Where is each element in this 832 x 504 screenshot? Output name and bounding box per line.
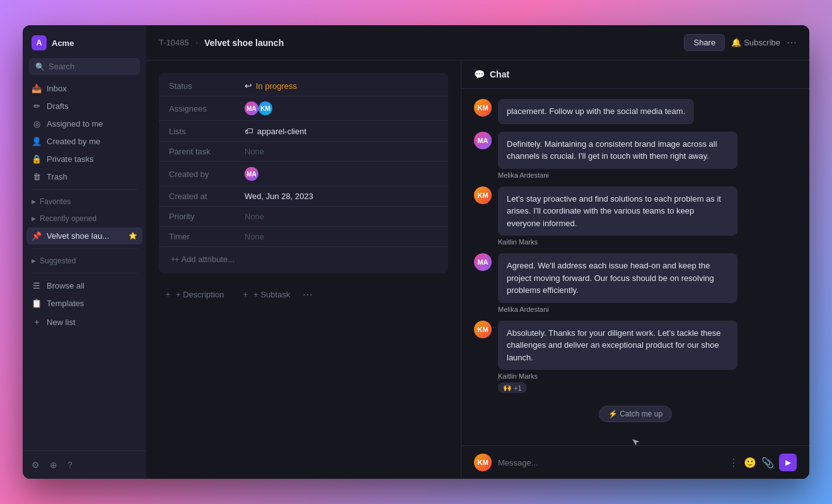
chat-header: 💬 Chat (461, 60, 809, 89)
circle-icon: ◎ (32, 119, 42, 129)
chat-avatar-1: KM (474, 99, 492, 117)
chat-messages: KM placement. Follow up with the social … (461, 89, 809, 445)
suggested-section[interactable]: ▶ Suggested (26, 253, 142, 269)
chat-bubble-container-2: Definitely. Maintaining a consistent bra… (498, 132, 737, 179)
chat-bubble-container-5: Absolutely. Thanks for your diligent wor… (498, 321, 737, 394)
sidebar-item-velvet-shoe[interactable]: 📌 Velvet shoe lau... ⭐ (26, 227, 142, 244)
nav-divider-3 (32, 273, 137, 273)
meta-row-assignees: Assignees MA KM (159, 96, 448, 121)
chevron-right-icon: ▶ (32, 198, 36, 205)
body-layout: Status ↩ In progress Assignees MA KM (146, 60, 809, 479)
more-options-icon[interactable]: ⋯ (787, 37, 797, 49)
add-description-button[interactable]: ＋ + Description (159, 286, 229, 302)
workspace-avatar: A (32, 35, 47, 50)
meta-row-timer: Timer None (159, 227, 448, 247)
new-list-item[interactable]: ＋ New list (26, 312, 142, 331)
subscribe-button[interactable]: 🔔 Subscribe (731, 38, 780, 47)
favorites-section[interactable]: ▶ Favorites (26, 193, 142, 210)
add-subtask-button[interactable]: ＋ + Subtask (236, 286, 295, 302)
search-icon: 🔍 (35, 62, 45, 71)
sidebar-item-private[interactable]: 🔒 Private tasks (26, 151, 142, 168)
chat-message-2: MA Definitely. Maintaining a consistent … (474, 132, 797, 179)
reaction-count: +1 (514, 384, 522, 392)
settings-icon[interactable]: ⚙ (29, 457, 42, 472)
priority-value: None (245, 212, 264, 221)
chat-bubble-1: placement. Follow up with the social med… (498, 99, 694, 124)
person-icon: 👤 (32, 137, 42, 146)
reaction-badge[interactable]: 🙌 +1 (498, 382, 527, 393)
message-input[interactable] (498, 458, 722, 467)
chat-bubble-container-3: Let's stay proactive and find solutions … (498, 186, 737, 246)
sidebar-item-created[interactable]: 👤 Created by me (26, 133, 142, 150)
chat-input-actions: ⋮ 🙂 📎 ▶ (729, 454, 797, 471)
subtask-icon: ＋ (241, 289, 250, 300)
browse-all-item[interactable]: ☰ Browse all (26, 277, 142, 294)
chat-avatar-2: MA (474, 132, 492, 149)
search-label: Search (49, 62, 74, 71)
templates-item[interactable]: 📋 Templates (26, 295, 142, 312)
lock-icon: 🔒 (32, 154, 42, 164)
nav-divider-2 (32, 248, 137, 249)
task-more-options-icon[interactable]: ⋯ (303, 289, 313, 301)
share-button[interactable]: Share (684, 34, 725, 51)
sidebar-item-assigned[interactable]: ◎ Assigned to me (26, 115, 142, 132)
task-icon: 📌 (32, 231, 42, 241)
sidebar: A Acme 🔍 Search 📥 Inbox ✏ Drafts ◎ Assig… (23, 25, 146, 479)
chevron-right-icon-2: ▶ (32, 215, 36, 222)
meta-row-created-at: Created at Wed, Jun 28, 2023 (159, 186, 448, 207)
assignee-avatar-2: KM (258, 101, 272, 115)
catch-me-up-button[interactable]: ⚡ Catch me up (599, 406, 672, 422)
chat-avatar-4: MA (474, 253, 492, 271)
chat-message-5: KM Absolutely. Thanks for your diligent … (474, 321, 797, 394)
main-header: T-10485 · Velvet shoe launch Share 🔔 Sub… (146, 25, 809, 60)
app-window: A Acme 🔍 Search 📥 Inbox ✏ Drafts ◎ Assig… (23, 25, 809, 479)
chat-input-area: KM ⋮ 🙂 📎 ▶ (461, 445, 809, 479)
search-button[interactable]: 🔍 Search (29, 58, 140, 75)
meta-row-parent-task: Parent task None (159, 142, 448, 162)
lists-value[interactable]: 🏷 apparel-client (245, 126, 306, 136)
chat-reactions: 🙌 +1 (498, 382, 737, 393)
chevron-right-icon-3: ▶ (32, 258, 36, 264)
attachment-icon[interactable]: 📎 (761, 457, 774, 469)
chat-panel: 💬 Chat KM placement. Follow up with the … (461, 60, 809, 479)
parent-task-value: None (245, 147, 264, 156)
meta-row-lists: Lists 🏷 apparel-client (159, 121, 448, 142)
inbox-icon: 📥 (32, 84, 42, 93)
created-at-value: Wed, Jun 28, 2023 (245, 192, 313, 201)
add-icon[interactable]: ⊕ (47, 457, 60, 472)
sidebar-item-trash[interactable]: 🗑 Trash (26, 168, 142, 185)
task-details-panel: Status ↩ In progress Assignees MA KM (146, 60, 461, 479)
chat-message-1: KM placement. Follow up with the social … (474, 99, 797, 124)
add-attribute-button[interactable]: ＋ + Add attribute... (159, 247, 448, 271)
creator-avatar: MA (245, 167, 258, 181)
header-right: Share 🔔 Subscribe ⋯ (684, 34, 797, 51)
description-icon: ＋ (164, 289, 172, 300)
sidebar-item-inbox[interactable]: 📥 Inbox (26, 80, 142, 97)
main-content: T-10485 · Velvet shoe launch Share 🔔 Sub… (146, 25, 809, 479)
send-button[interactable]: ▶ (779, 454, 797, 471)
trash-icon: 🗑 (32, 172, 42, 181)
catch-me-up-area: ⚡ Catch me up (474, 406, 797, 422)
task-id: T-10485 (159, 38, 189, 47)
meta-row-status: Status ↩ In progress (159, 76, 448, 96)
recently-opened-section[interactable]: ▶ Recently opened (26, 210, 142, 227)
chat-title: Chat (490, 69, 509, 79)
workspace-name: Acme (52, 38, 74, 48)
emoji-icon[interactable]: 🙂 (744, 457, 756, 469)
status-value[interactable]: ↩ In progress (245, 81, 297, 91)
chat-icon: 💬 (474, 69, 485, 79)
reaction-emoji: 🙌 (503, 384, 512, 392)
browse-icon: ☰ (32, 281, 42, 290)
pencil-icon: ✏ (32, 101, 42, 111)
star-icon: ⭐ (129, 232, 137, 240)
help-icon[interactable]: ? (65, 457, 75, 472)
task-title: Velvet shoe launch (204, 38, 284, 48)
task-actions: ＋ + Description ＋ + Subtask ⋯ (159, 286, 448, 302)
sidebar-item-drafts[interactable]: ✏ Drafts (26, 98, 142, 115)
more-input-icon[interactable]: ⋮ (729, 457, 739, 469)
assignees-value[interactable]: MA KM (245, 101, 272, 115)
timer-value: None (245, 232, 264, 241)
templates-icon: 📋 (32, 299, 42, 308)
in-progress-icon: ↩ (245, 81, 252, 91)
plus-icon: ＋ (32, 316, 42, 328)
